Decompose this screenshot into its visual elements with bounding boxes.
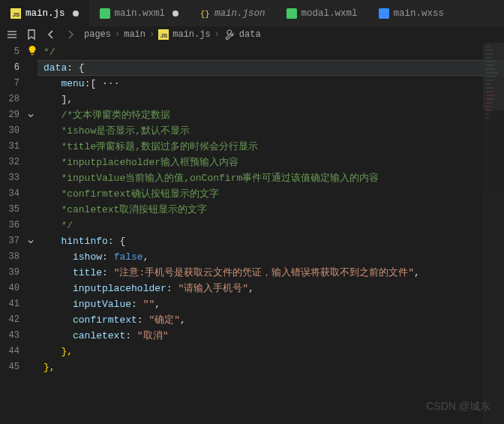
code-text: data [44,62,67,74]
wxml-icon [100,8,110,19]
code-text: : [102,267,114,278]
lightbulb-icon[interactable] [27,45,38,59]
line-numbers: 5 6 7 28 29 30 31 32 33 34 35 36 37 38 3… [0,43,24,424]
code-text: ], [61,94,73,105]
code-text: *inputplaceholder输入框预输入内容 [61,157,238,168]
js-icon: JS [10,8,21,19]
code-text: : { [108,236,125,247]
code-text: "请输入手机号" [178,283,248,294]
tab-label: main.js [26,8,65,19]
wxml-icon [286,8,297,19]
svg-rect-4 [286,8,297,19]
chevron-right-icon: › [214,29,220,40]
menu-icon[interactable] [6,29,18,41]
breadcrumb[interactable]: pages › main › JS main.js › data [84,29,261,41]
code-text: }, [61,346,73,357]
svg-rect-2 [100,8,110,19]
code-text: : [125,330,137,341]
code-text: "确定" [148,314,180,326]
chevron-right-icon: › [115,29,120,40]
back-icon[interactable] [45,29,57,41]
code-text: /*文本弹窗类的特定数据 [61,110,170,121]
code-text: "" [143,299,155,310]
code-text: : [137,314,149,326]
code-text: confirmtext [73,314,137,326]
breadcrumb-seg[interactable]: data [239,29,261,40]
tab-main-wxml[interactable]: main.wxml [89,0,190,26]
breadcrumb-seg[interactable]: main [124,29,146,40]
code-text: title [73,267,102,278]
code-text: :[ ··· [85,78,120,89]
code-text: "注意:手机号是获取云文件的凭证，输入错误将获取不到之前的文件" [114,267,414,278]
code-text: *canletext取消按钮显示的文字 [61,204,207,215]
svg-text:{}: {} [200,9,210,18]
forward-icon[interactable] [64,29,76,41]
code-text: }, [44,362,56,373]
code-text: : { [67,62,84,74]
code-text: */ [44,47,56,58]
tab-label: main.wxml [115,8,166,19]
breadcrumb-seg[interactable]: pages [84,29,111,40]
js-icon: JS [158,29,169,40]
tab-modal-wxml[interactable]: modal.wxml [276,0,368,26]
code-text: : [131,299,143,310]
svg-text:JS: JS [13,11,20,17]
fold-chevron-down-icon[interactable] [24,107,38,123]
breadcrumb-seg[interactable]: main.js [172,29,210,40]
tab-main-js[interactable]: JS main.js [0,0,89,26]
fold-chevron-down-icon[interactable] [24,233,38,249]
tab-label: main.json [214,8,266,19]
code-text: inputValue [73,299,131,310]
svg-text:JS: JS [160,32,168,39]
chevron-right-icon: › [149,29,154,40]
tab-main-json[interactable]: {} main.json [189,0,276,26]
wrench-icon [224,29,236,41]
bookmark-icon[interactable] [26,29,38,41]
code-text: : [102,251,114,263]
dirty-dot-icon [73,11,79,17]
gutter: 5 6 7 28 29 30 31 32 33 34 35 36 37 38 3… [0,43,38,424]
tab-label: modal.wxml [302,8,358,19]
code-text: hintinfo [61,236,107,247]
code-text: inputplaceholder [73,283,166,294]
code-text: *inputValue当前输入的值,onConfirm事件可通过该值确定输入的内… [61,173,379,184]
dirty-dot-icon [172,11,178,17]
json-icon: {} [200,8,210,19]
fold-gutter [24,43,38,424]
code-text: menu [61,78,84,89]
code-text: : [166,283,178,294]
wxss-icon [379,8,389,19]
code-text: false [114,251,143,263]
minimap-content [486,46,501,421]
code-text: *confirmtext确认按钮显示的文字 [61,188,219,200]
editor-toolbar: pages › main › JS main.js › data [0,26,504,43]
code-text: "取消" [137,330,169,341]
code-text: ishow [73,251,102,263]
svg-rect-5 [379,8,389,19]
minimap[interactable] [483,43,504,424]
code-text: canletext [73,330,125,341]
code-text: *ishow是否显示,默认不显示 [61,125,190,137]
tab-bar: JS main.js main.wxml {} main.json modal.… [0,0,504,26]
tab-main-wxss[interactable]: main.wxss [368,0,455,26]
code-editor[interactable]: 5 6 7 28 29 30 31 32 33 34 35 36 37 38 3… [0,43,504,424]
code-area[interactable]: */ data: { menu:[ ··· ], /*文本弹窗类的特定数据 *i… [38,43,504,424]
code-text: */ [61,220,73,231]
code-text: *title弹窗标题,数据过多的时候会分行显示 [61,141,258,152]
tab-label: main.wxss [394,8,445,19]
